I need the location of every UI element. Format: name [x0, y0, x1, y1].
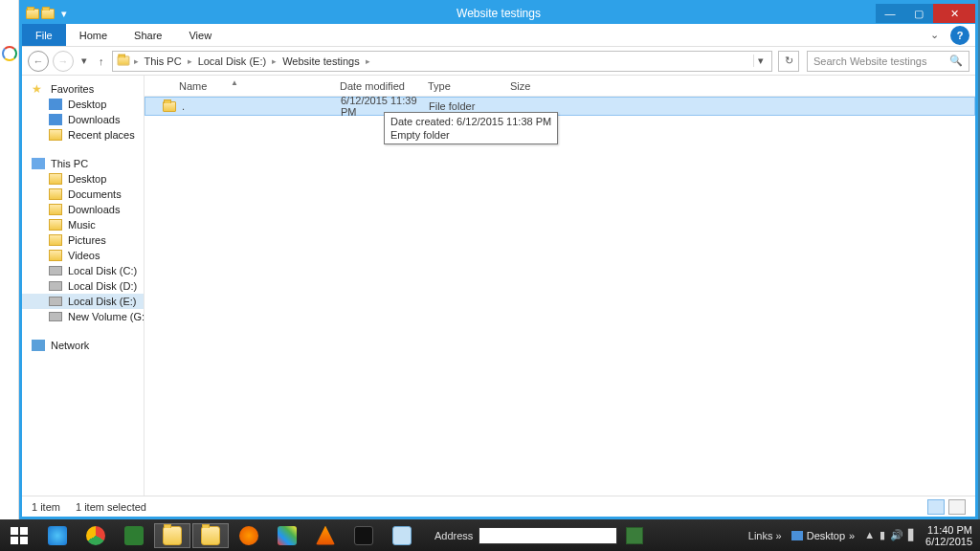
file-list-area[interactable]: Name▲ Date modified Type Size . 6/12/201… — [145, 76, 975, 496]
store-icon — [124, 526, 144, 545]
taskbar-app-notepad[interactable] — [384, 523, 420, 548]
tray-battery-icon[interactable]: ▋ — [908, 529, 916, 541]
nav-volume-g[interactable]: New Volume (G:) — [22, 309, 144, 324]
navigation-pane[interactable]: ★Favorites Desktop Downloads Recent plac… — [22, 76, 145, 496]
taskbar-address-go-button[interactable] — [626, 527, 643, 544]
minimize-button[interactable]: — — [876, 4, 904, 23]
pc-icon — [32, 158, 45, 169]
notepad-icon — [392, 526, 412, 545]
taskbar-app-explorer[interactable] — [154, 523, 190, 548]
close-button[interactable]: ✕ — [933, 4, 975, 23]
crumb-sep-icon[interactable]: ▸ — [270, 56, 278, 66]
status-selected: 1 item selected — [76, 501, 146, 513]
ie-icon — [48, 526, 67, 545]
nav-pc-music[interactable]: Music — [22, 217, 144, 232]
drive-icon — [49, 266, 62, 276]
nav-network-header[interactable]: Network — [22, 338, 144, 353]
address-folder-icon — [117, 56, 129, 66]
folder-icon — [163, 526, 182, 545]
col-date[interactable]: Date modified — [334, 80, 422, 92]
taskbar-app-chrome[interactable] — [78, 523, 114, 548]
col-name[interactable]: Name▲ — [173, 80, 334, 92]
nav-disk-d[interactable]: Local Disk (D:) — [22, 278, 144, 294]
view-details-button[interactable] — [927, 499, 945, 515]
crumb-sep-icon[interactable]: ▸ — [186, 56, 194, 66]
nav-favorites-header[interactable]: ★Favorites — [22, 81, 144, 97]
taskbar-app-store[interactable] — [116, 523, 152, 548]
qat-folder-icon[interactable] — [41, 9, 55, 19]
folder-icon — [49, 129, 62, 141]
taskbar-app-firefox[interactable] — [231, 523, 267, 548]
background-browser-sliver — [0, 0, 19, 519]
nav-downloads[interactable]: Downloads — [22, 112, 144, 127]
crumb-sep-icon[interactable]: ▸ — [132, 56, 141, 66]
nav-pc-documents[interactable]: Documents — [22, 187, 144, 202]
desktop-icon — [791, 531, 803, 540]
taskbar-app-cmd[interactable] — [345, 523, 382, 548]
app-grid-icon — [278, 526, 297, 545]
maximize-button[interactable]: ▢ — [904, 4, 933, 23]
tray-clock[interactable]: 11:40 PM 6/12/2015 — [925, 524, 972, 547]
nav-pc-pictures[interactable]: Pictures — [22, 232, 144, 248]
tab-home[interactable]: Home — [66, 24, 121, 46]
taskbar[interactable]: Address Links » Desktop » ▲▮🔊▋ 11:40 PM … — [0, 519, 980, 551]
nav-pc-downloads[interactable]: Downloads — [22, 202, 144, 217]
forward-button[interactable]: → — [53, 51, 74, 72]
view-thumbnails-button[interactable] — [948, 499, 966, 515]
ribbon-expand-icon[interactable]: ⌄ — [924, 24, 945, 46]
search-placeholder: Search Website testings — [813, 55, 949, 67]
taskbar-app-explorer2[interactable] — [192, 523, 229, 548]
taskbar-app-grid[interactable] — [269, 523, 305, 548]
tray-network-icon[interactable]: ▮ — [880, 529, 885, 541]
windows-logo-icon — [11, 527, 28, 544]
col-size[interactable]: Size — [504, 80, 562, 92]
file-type: File folder — [423, 100, 505, 112]
nav-this-pc-header[interactable]: This PC — [22, 156, 144, 171]
file-row[interactable]: . 6/12/2015 11:39 PM File folder — [145, 97, 975, 116]
crumb-this-pc[interactable]: This PC — [143, 55, 184, 67]
back-button[interactable]: ← — [28, 51, 49, 72]
search-input[interactable]: Search Website testings 🔍 — [807, 51, 969, 72]
folder-icon — [49, 188, 62, 200]
crumb-local-disk-e[interactable]: Local Disk (E:) — [196, 55, 269, 67]
folder-icon — [49, 204, 62, 215]
refresh-button[interactable]: ↻ — [778, 51, 799, 72]
taskbar-links[interactable]: Links » — [748, 530, 782, 541]
recent-locations-button[interactable]: ▾ — [78, 55, 91, 67]
qat-dropdown-icon[interactable]: ▾ — [58, 8, 70, 20]
chrome-icon — [86, 526, 105, 545]
address-bar[interactable]: ▸ This PC ▸ Local Disk (E:) ▸ Website te… — [112, 51, 773, 72]
tab-file[interactable]: File — [22, 24, 66, 46]
nav-desktop[interactable]: Desktop — [22, 97, 144, 112]
tab-share[interactable]: Share — [121, 24, 175, 46]
nav-disk-e[interactable]: Local Disk (E:) — [22, 294, 144, 309]
taskbar-desktop-toolbar[interactable]: Desktop » — [791, 530, 855, 541]
nav-disk-c[interactable]: Local Disk (C:) — [22, 263, 144, 278]
folder-icon — [49, 173, 62, 185]
taskbar-app-vlc[interactable] — [307, 523, 344, 548]
app-folder-icon — [26, 9, 39, 19]
tray-icons[interactable]: ▲▮🔊▋ — [864, 529, 916, 541]
taskbar-address-input[interactable] — [479, 527, 617, 544]
nav-pc-videos[interactable]: Videos — [22, 248, 144, 263]
up-button[interactable]: ↑ — [95, 55, 108, 67]
title-bar[interactable]: ▾ Website testings — ▢ ✕ — [22, 3, 975, 24]
tab-view[interactable]: View — [175, 24, 225, 46]
col-type[interactable]: Type — [422, 80, 504, 92]
tray-sound-icon[interactable]: 🔊 — [890, 529, 903, 541]
svg-rect-1 — [20, 527, 28, 535]
status-bar: 1 item 1 item selected — [22, 496, 975, 517]
nav-pc-desktop[interactable]: Desktop — [22, 171, 144, 187]
file-name: . — [182, 100, 185, 112]
tooltip: Date created: 6/12/2015 11:38 PM Empty f… — [384, 112, 558, 144]
crumb-website-testings[interactable]: Website testings — [280, 55, 362, 67]
tray-flag-icon[interactable]: ▲ — [864, 529, 875, 541]
clock-time: 11:40 PM — [925, 524, 972, 536]
help-button[interactable]: ? — [950, 26, 969, 45]
taskbar-app-ie[interactable] — [39, 523, 76, 548]
address-dropdown-icon[interactable]: ▾ — [753, 55, 768, 67]
folder-icon — [201, 526, 220, 545]
crumb-sep-icon[interactable]: ▸ — [364, 56, 372, 66]
nav-recent-places[interactable]: Recent places — [22, 127, 144, 143]
start-button[interactable] — [0, 519, 38, 551]
